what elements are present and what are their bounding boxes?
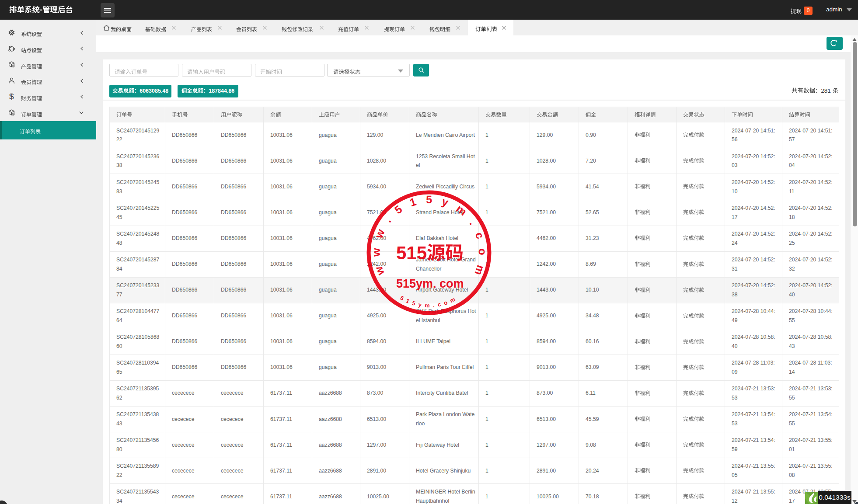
svg-text:w w w . 5 1 5 y m . c o m: w w w . 5 1 5 y m . c o m (370, 193, 489, 278)
svg-text:5 1 5 y m . c o m: 5 1 5 y m . c o m (399, 295, 456, 309)
